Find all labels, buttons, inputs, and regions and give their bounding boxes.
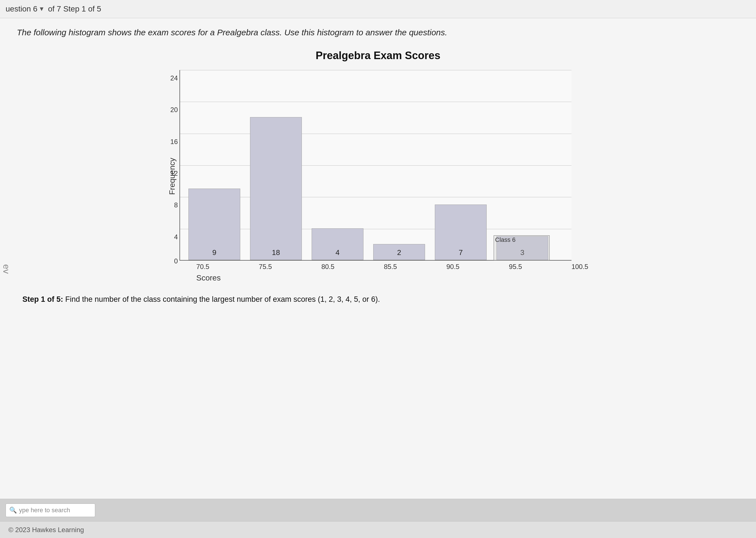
bar-label-5: 7	[459, 248, 462, 257]
class6-label: Class 6	[495, 236, 515, 243]
bar-2: 18	[250, 117, 302, 260]
chart-area: Frequency 24 20 16 12	[168, 70, 588, 283]
x-label-2: 80.5	[321, 263, 335, 271]
bar-1: 9	[188, 188, 240, 260]
chart-container: Prealgebra Exam Scores Frequency 24 20 1…	[154, 50, 602, 283]
y-tick-12: 12	[166, 170, 178, 177]
bar-5: 7	[435, 204, 487, 260]
grid-line-12: 12	[180, 165, 572, 166]
chart-inner: 24 20 16 12 8 4	[179, 70, 572, 261]
x-label-3: 85.5	[384, 263, 397, 271]
class6-annotation: Class 6	[494, 235, 550, 261]
left-edge-label: ev	[0, 261, 13, 277]
bar-4: 2	[373, 244, 425, 260]
y-tick-20: 20	[166, 106, 178, 114]
y-tick-0: 0	[166, 257, 178, 265]
x-label-4: 90.5	[446, 263, 459, 271]
y-tick-4: 4	[166, 233, 178, 241]
chart-title: Prealgebra Exam Scores	[315, 50, 441, 62]
bar-label-2: 18	[272, 248, 280, 257]
x-axis-title: Scores	[196, 274, 221, 283]
x-label-0: 70.5	[196, 263, 210, 271]
y-tick-8: 8	[166, 201, 178, 209]
step-info: of 7 Step 1 of 5	[48, 5, 101, 14]
taskbar-search[interactable]: 🔍 ype here to search	[6, 504, 95, 517]
y-tick-16: 16	[166, 138, 178, 146]
x-label-1: 75.5	[259, 263, 272, 271]
step-bold: Step 1 of 5:	[23, 295, 63, 303]
search-placeholder-text: ype here to search	[19, 507, 70, 514]
grid-line-24: 24	[180, 70, 572, 70]
y-tick-24: 24	[166, 74, 178, 82]
bar-3: 4	[312, 228, 363, 260]
search-icon: 🔍	[9, 507, 17, 514]
bar-label-1: 9	[212, 248, 216, 257]
question-text: The following histogram shows the exam s…	[17, 27, 739, 38]
main-content: ev The following histogram shows the exa…	[0, 18, 756, 499]
x-labels: 70.5 75.5 80.5 85.5 90.5 95.5 100.5	[196, 261, 588, 271]
question-text-content: The following histogram shows the exam s…	[17, 28, 447, 37]
copyright-text: © 2023 Hawkes Learning	[8, 526, 84, 534]
x-label-6: 100.5	[572, 263, 588, 271]
grid-line-16: 16	[180, 134, 572, 134]
question-selector[interactable]: uestion 6 ▼	[6, 5, 45, 14]
bottom-bar: © 2023 Hawkes Learning	[0, 521, 756, 538]
taskbar: 🔍 ype here to search	[0, 499, 756, 521]
dropdown-arrow[interactable]: ▼	[39, 5, 45, 13]
grid-line-20: 20	[180, 102, 572, 102]
x-label-5: 95.5	[509, 263, 522, 271]
question-label: uestion 6	[6, 5, 37, 14]
bar-label-3: 4	[335, 248, 339, 257]
bar-label-4: 2	[397, 248, 401, 257]
step-instruction: Step 1 of 5: Find the number of the clas…	[17, 294, 739, 305]
step-text: Find the number of the class containing …	[63, 295, 380, 303]
top-bar: uestion 6 ▼ of 7 Step 1 of 5	[0, 0, 756, 18]
